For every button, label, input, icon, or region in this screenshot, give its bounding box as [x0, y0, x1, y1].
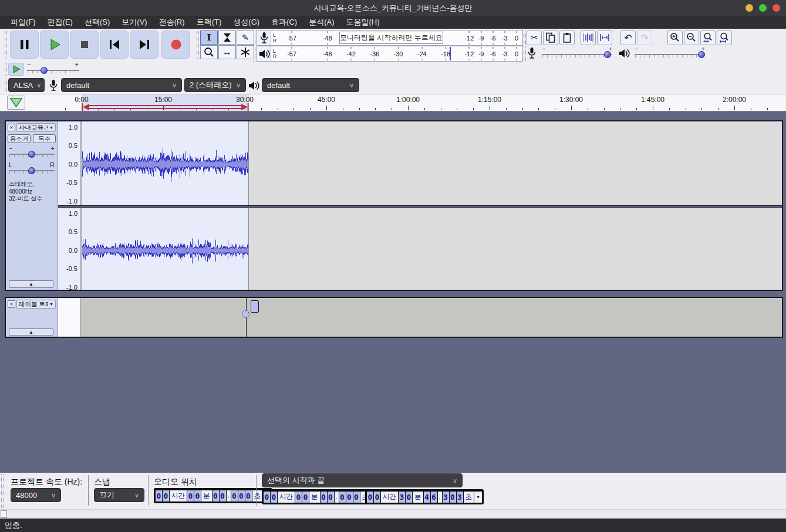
menu-item[interactable]: 생성(G) [227, 16, 265, 29]
paste-button[interactable] [559, 31, 575, 45]
label-text-box[interactable] [251, 300, 259, 313]
menu-item[interactable]: 효과(C) [265, 16, 303, 29]
gain-thumb[interactable] [28, 151, 35, 158]
close-button[interactable] [772, 4, 780, 12]
zoom-to-selection-button[interactable] [700, 31, 716, 45]
recording-device-select[interactable]: default ∨ [61, 78, 182, 92]
time-digit[interactable]: 0 [156, 490, 162, 501]
menu-item[interactable]: 트랙(T) [191, 16, 228, 29]
mute-button[interactable]: 음소거 [8, 134, 31, 143]
menu-item[interactable]: 전송(R) [153, 16, 191, 29]
pan-slider[interactable]: L R [9, 162, 55, 177]
gain-slider[interactable]: − + [9, 145, 55, 161]
audio-host-select[interactable]: ALSA ∨ [8, 78, 45, 92]
menu-item[interactable]: 편집(E) [42, 16, 79, 29]
menu-item[interactable]: 도움말(H) [340, 16, 385, 29]
silence-selection-button[interactable] [597, 31, 612, 45]
play-button[interactable] [40, 31, 69, 59]
time-digit[interactable]: 0 [374, 492, 380, 503]
menu-item[interactable]: 파일(F) [5, 16, 42, 29]
time-digit[interactable]: 0 [302, 492, 309, 503]
play-speed-thumb[interactable] [41, 67, 48, 74]
playback-volume-thumb[interactable] [698, 51, 705, 58]
time-digit[interactable]: . [227, 490, 231, 501]
label-track-name-menu[interactable]: 레이블 트랙 ▼ [16, 300, 56, 309]
audio-clip[interactable] [82, 208, 249, 290]
time-digit[interactable]: 0 [187, 490, 194, 501]
spinner-arrow-icon[interactable]: ▼ [474, 492, 482, 503]
time-digit[interactable]: 초 [464, 492, 474, 503]
selection-start-field[interactable]: 00시간00분00.000초 ▼ [262, 489, 380, 504]
time-digit[interactable]: 시간 [278, 492, 295, 503]
skip-to-start-button[interactable] [100, 31, 129, 59]
mixer-toolbar-grabber[interactable] [524, 46, 526, 61]
draw-tool-button[interactable]: ✎ [237, 31, 254, 45]
time-digit[interactable]: 0 [321, 492, 327, 503]
multi-tool-button[interactable] [237, 45, 254, 59]
time-digit[interactable]: 0 [346, 492, 353, 503]
track-close-button[interactable]: × [8, 300, 15, 308]
time-digit[interactable]: 0 [163, 490, 169, 501]
snap-select[interactable]: 끄기 ∨ [94, 488, 144, 502]
audio-clip[interactable] [82, 121, 249, 205]
label-track-content[interactable] [80, 298, 782, 337]
selection-toolbar-grabber[interactable] [1, 474, 4, 508]
toolbar-resize-handle[interactable] [1, 510, 7, 518]
minimize-button[interactable] [745, 4, 753, 12]
recording-volume-slider[interactable]: − + [542, 46, 612, 61]
zoom-tool-button[interactable] [200, 45, 218, 59]
time-digit[interactable]: 0 [194, 490, 201, 501]
time-digit[interactable]: 0 [295, 492, 302, 503]
selection-end-field[interactable]: 00시간30분46.303초 ▼ [365, 489, 484, 504]
recording-volume-thumb[interactable] [604, 51, 611, 58]
edit-toolbar-grabber[interactable] [524, 31, 526, 45]
label-marker-handle[interactable] [242, 310, 249, 318]
playback-meter[interactable]: L R -57-48-42-36-30-24-18-12-9-6-30 [257, 46, 523, 62]
time-digit[interactable]: 0 [367, 492, 373, 503]
transport-toolbar-grabber[interactable] [5, 31, 7, 59]
menu-item[interactable]: 보기(V) [116, 16, 153, 29]
time-digit[interactable]: 0 [245, 490, 252, 501]
recording-meter[interactable]: L R 모니터링을 시작하려면 누르세요 -57-48-12-9-6-30 [257, 30, 523, 46]
time-digit[interactable]: 초 [252, 490, 263, 501]
trim-outside-selection-button[interactable] [581, 31, 596, 45]
pinned-play-head-button[interactable] [7, 96, 25, 110]
time-digit[interactable]: 분 [309, 492, 320, 503]
waveform-area-left[interactable] [80, 121, 782, 205]
pan-thumb[interactable] [28, 167, 35, 174]
time-digit[interactable]: 0 [212, 490, 219, 501]
monitoring-hint[interactable]: 모니터링을 시작하려면 누르세요 [339, 32, 443, 44]
track-collapse-button[interactable]: ▲ [9, 328, 53, 336]
time-digit[interactable]: 3 [443, 492, 449, 503]
stop-button[interactable] [70, 31, 99, 59]
time-digit[interactable]: 시간 [170, 490, 187, 501]
vertical-ruler-left-channel[interactable]: 1.00.50.0-0.5-1.0 [58, 121, 80, 205]
undo-button[interactable]: ↶ [620, 31, 636, 45]
envelope-tool-button[interactable] [218, 31, 236, 45]
time-digit[interactable]: 0 [220, 490, 226, 501]
time-digit[interactable]: 0 [353, 492, 360, 503]
record-button[interactable] [161, 31, 190, 59]
play-region-indicator[interactable] [82, 103, 249, 111]
playback-device-select[interactable]: default ∨ [262, 78, 359, 92]
time-digit[interactable]: 4 [424, 492, 430, 503]
skip-to-end-button[interactable] [130, 31, 158, 59]
time-digit[interactable]: 0 [450, 492, 456, 503]
pause-button[interactable] [10, 31, 39, 59]
time-digit[interactable]: 0 [238, 490, 245, 501]
play-at-speed-button[interactable] [8, 63, 24, 76]
tools-toolbar-grabber[interactable] [197, 31, 199, 59]
copy-button[interactable] [543, 31, 558, 45]
vertical-ruler-right-channel[interactable]: 1.00.50.0-0.5-1.0 [58, 208, 80, 290]
solo-button[interactable]: 독주 [33, 134, 56, 143]
time-digit[interactable]: . [335, 492, 339, 503]
track-close-button[interactable]: × [8, 124, 15, 131]
menu-item[interactable]: 선택(S) [79, 16, 116, 29]
audio-position-field[interactable]: 00시간00분00.000초 ▼ [154, 488, 272, 503]
play-at-speed-grabber[interactable] [5, 63, 7, 76]
selection-tool-button[interactable]: I [200, 31, 218, 45]
time-shift-tool-button[interactable]: ↔ [218, 45, 236, 59]
time-digit[interactable]: 분 [413, 492, 423, 503]
menu-item[interactable]: 분석(A) [303, 16, 340, 29]
time-digit[interactable]: . [438, 492, 442, 503]
